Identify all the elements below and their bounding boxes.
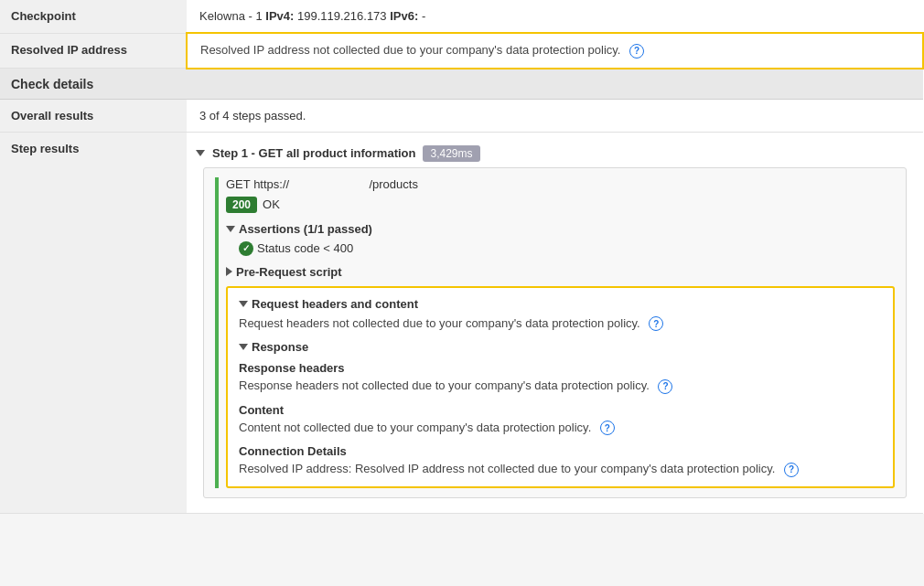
http-line: GET https:// /products [226,177,895,191]
http-url-path: /products [369,177,417,191]
step-duration-badge: 3,429ms [423,145,479,162]
http-url: https:// [253,177,289,191]
assertions-toggle[interactable]: Assertions (1/1 passed) [226,222,895,236]
step-inner: GET https:// /products 200 OK [203,167,907,498]
response-headers-policy: Response headers not collected due to yo… [239,378,882,394]
content-sub: Content [239,403,882,417]
resolved-ip-info-icon[interactable]: ? [629,44,644,59]
ipv4-value: 199.119.216.173 [297,9,387,23]
checkpoint-location: Kelowna - 1 [199,9,263,23]
response-triangle-icon [239,344,248,350]
checkpoint-value: Kelowna - 1 IPv4: 199.119.216.173 IPv6: … [187,0,923,33]
step-header: Step 1 - GET all product information 3,4… [196,140,914,167]
pre-request-triangle-icon [226,267,232,276]
request-headers-toggle[interactable]: Request headers and content [239,297,882,311]
overall-results-label: Overall results [0,99,187,132]
resolved-ip-label: Resolved IP address [0,33,187,69]
checkpoint-label: Checkpoint [0,0,187,33]
connection-details-policy: Resolved IP address: Resolved IP address… [239,462,882,477]
ipv4-label: IPv4: [265,9,294,23]
content-policy: Content not collected due to your compan… [239,421,882,436]
response-headers-info-icon[interactable]: ? [658,379,672,394]
response-headers-sub: Response headers [239,361,882,375]
ipv6-value: - [422,9,425,23]
pre-request-section[interactable]: Pre-Request script [226,265,895,279]
info-table: Checkpoint Kelowna - 1 IPv4: 199.119.216… [0,0,924,514]
assertions-label: Assertions (1/1 passed) [239,222,372,236]
check-details-header-row: Check details [0,69,923,100]
step-title: Step 1 - GET all product information [212,146,415,160]
resolved-ip-text: Resolved IP address not collected due to… [200,43,620,57]
assertions-triangle-icon [226,226,235,232]
resolved-ip-row: Resolved IP address Resolved IP address … [0,33,923,69]
connection-details-info-icon[interactable]: ? [784,463,799,477]
pre-request-label: Pre-Request script [236,265,342,279]
assertion-item: ✓ Status code < 400 [239,241,895,256]
step-results-value-cell: Step 1 - GET all product information 3,4… [187,132,923,513]
content-info-icon[interactable]: ? [600,421,615,435]
page: Checkpoint Kelowna - 1 IPv4: 199.119.216… [0,0,924,514]
step-green-bar: GET https:// /products 200 OK [215,177,895,488]
check-circle-icon: ✓ [239,241,253,256]
request-headers-policy: Request headers not collected due to you… [239,316,882,332]
step-results-label: Step results [0,132,187,513]
response-toggle[interactable]: Response [239,340,882,354]
overall-results-row: Overall results 3 of 4 steps passed. [0,99,923,132]
check-details-title: Check details [0,69,923,100]
step-results-row: Step results Step 1 - GET all product in… [0,132,923,513]
resolved-ip-value-cell: Resolved IP address not collected due to… [187,33,923,69]
status-badge: 200 [226,197,257,213]
connection-details-sub: Connection Details [239,444,882,458]
ipv6-label: IPv6: [390,9,418,23]
request-headers-label: Request headers and content [252,297,418,311]
status-text: OK [263,197,280,211]
assertions-section: Assertions (1/1 passed) ✓ Status code < … [226,222,895,256]
assertion-text: Status code < 400 [257,241,353,255]
request-headers-info-icon[interactable]: ? [649,316,663,331]
checkpoint-row: Checkpoint Kelowna - 1 IPv4: 199.119.216… [0,0,923,33]
step-toggle-icon[interactable] [196,150,205,156]
http-method: GET [226,177,251,191]
status-line: 200 OK [226,197,895,213]
yellow-section: Request headers and content Request head… [226,286,895,488]
request-headers-triangle-icon [239,301,248,307]
overall-results-value: 3 of 4 steps passed. [187,99,923,132]
response-label-text: Response [252,340,308,354]
